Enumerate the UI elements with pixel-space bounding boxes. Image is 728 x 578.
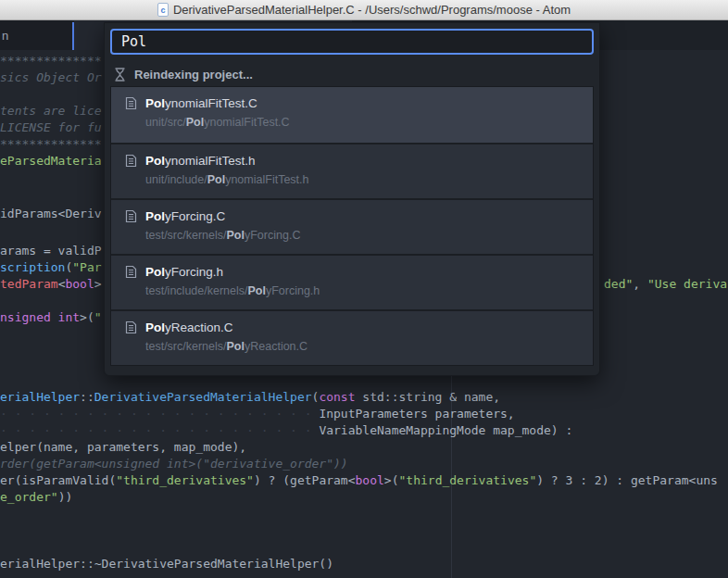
code-line: nsigned int>(": [0, 309, 102, 326]
result-filename: PolynomialFitTest.C: [145, 96, 257, 110]
result-filename: PolyForcing.C: [145, 209, 225, 223]
c-file-icon: c: [157, 3, 169, 17]
file-text-icon: [124, 96, 138, 110]
file-text-icon: [124, 154, 138, 168]
code-line: **************: [0, 136, 102, 153]
result-filename: PolyReaction.C: [145, 320, 233, 334]
result-item[interactable]: PolyReaction.C test/src/kernels/PolyReac…: [111, 309, 593, 365]
result-filename: PolyForcing.h: [145, 265, 223, 279]
result-item[interactable]: PolyForcing.h test/include/kernels/PolyF…: [111, 254, 593, 309]
code-line: scription("Par: [0, 259, 102, 276]
code-line: erialHelper::DerivativeParsedMaterialHel…: [0, 389, 500, 406]
result-path: test/src/kernels/PolyReaction.C: [145, 340, 593, 353]
tab-left-partial[interactable]: n: [0, 20, 72, 50]
result-path: test/include/kernels/PolyForcing.h: [145, 284, 593, 297]
tab-label: n: [2, 29, 8, 43]
code-line: erialHelper::~DerivativeParsedMaterialHe…: [0, 556, 333, 572]
file-text-icon: [124, 320, 138, 334]
code-line: eParsedMateria: [0, 153, 102, 170]
code-line: **************: [0, 53, 102, 69]
fuzzy-finder-input[interactable]: [110, 29, 594, 55]
code-line: elper(name, parameters, map_mode),: [0, 439, 246, 456]
result-filename: PolynomialFitTest.h: [145, 154, 256, 168]
title-bar: c DerivativeParsedMaterialHelper.C - /Us…: [0, 0, 728, 20]
code-line: LICENSE for fu: [0, 119, 102, 136]
code-line: · · · · · · · · · · · · · · · · · · · · …: [0, 422, 572, 439]
reindex-status: Reindexing project...: [110, 62, 594, 86]
result-item[interactable]: PolynomialFitTest.C unit/src/PolynomialF…: [111, 87, 593, 143]
result-path: test/src/kernels/PolyForcing.C: [145, 229, 593, 242]
file-text-icon: [124, 265, 138, 279]
code-line: tedParam<bool>: [0, 276, 102, 293]
code-line: tents are lice: [0, 103, 102, 119]
atom-window: c DerivativeParsedMaterialHelper.C - /Us…: [0, 0, 728, 578]
result-path: unit/src/PolynomialFitTest.C: [145, 116, 593, 129]
hourglass-icon: [114, 68, 126, 82]
file-text-icon: [124, 209, 138, 223]
code-line: · · · · · · · · · · · · · · · · · · · · …: [0, 406, 515, 422]
fuzzy-finder-modal: Reindexing project... PolynomialFitTest.…: [104, 22, 600, 376]
result-path: unit/include/PolynomialFitTest.h: [145, 173, 593, 186]
code-line: er(isParamValid("third_derivatives") ? (…: [0, 472, 718, 489]
code-line: sics Object Or: [0, 69, 102, 86]
result-item[interactable]: PolyForcing.C test/src/kernels/PolyForci…: [111, 198, 593, 254]
code-line: ded", "Use deriva: [604, 276, 727, 293]
result-item[interactable]: PolynomialFitTest.h unit/include/Polynom…: [111, 143, 593, 198]
window-title: DerivativeParsedMaterialHelper.C - /User…: [173, 3, 571, 17]
code-line: idParams<Deriv: [0, 206, 102, 222]
status-text: Reindexing project...: [134, 68, 253, 82]
code-line: arams = validP: [0, 243, 102, 259]
code-line: e_order")): [0, 489, 72, 506]
result-list: PolynomialFitTest.C unit/src/PolynomialF…: [110, 86, 594, 366]
code-line: rder(getParam<unsigned int>("derivative_…: [0, 456, 348, 472]
